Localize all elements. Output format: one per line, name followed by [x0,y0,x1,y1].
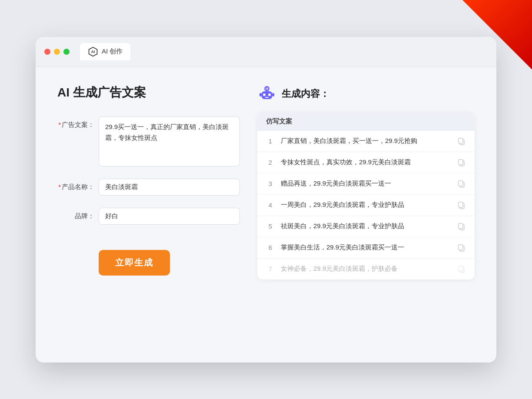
form-row-brand: 品牌： [57,208,240,225]
close-button[interactable] [44,49,50,55]
page-title: AI 生成广告文案 [57,84,240,101]
result-header: 生成内容： [257,84,475,103]
svg-rect-9 [259,93,262,96]
brand-label: 品牌： [57,208,94,220]
copy-icon[interactable] [457,222,466,231]
row-text: 祛斑美白，29.9元美白淡斑霜，专业护肤品 [281,222,451,230]
svg-rect-18 [459,202,463,207]
svg-rect-16 [459,181,463,186]
result-table: 仿写文案 1厂家直销，美白淡斑霜，买一送一，29.9元抢购 2专抹女性斑点，真实… [257,112,475,279]
row-number: 3 [266,180,275,187]
row-number: 5 [266,223,275,230]
table-row: 5祛斑美白，29.9元美白淡斑霜，专业护肤品 [257,216,475,237]
row-text: 一周美白，29.9元美白淡斑霜，专业护肤品 [281,201,451,209]
required-star-2: * [58,183,61,190]
main-content: AI 生成广告文案 *广告文案： *产品名称： 品牌： 立 [36,67,496,362]
svg-point-5 [263,93,266,96]
brand-input[interactable] [99,208,240,225]
ad-copy-label: *广告文案： [57,116,94,129]
copy-icon[interactable] [457,201,466,209]
row-number: 6 [266,244,275,251]
traffic-lights [44,49,70,55]
product-name-input[interactable] [99,179,240,196]
required-star-1: * [58,121,61,128]
svg-text:AI: AI [91,50,95,54]
copy-icon[interactable] [457,243,466,252]
minimize-button[interactable] [54,49,60,55]
table-row: 6掌握美白生活，29.9元美白淡斑霜买一送一 [257,237,475,259]
product-name-label: *产品名称： [57,179,94,191]
table-row: 7女神必备，29.9元美白淡斑霜，护肤必备 [257,259,475,279]
row-number: 4 [266,201,275,209]
row-text: 厂家直销，美白淡斑霜，买一送一，29.9元抢购 [281,137,451,145]
svg-rect-7 [265,97,269,98]
row-text: 专抹女性斑点，真实功效，29.9元美白淡斑霜 [281,158,451,166]
ai-tab-icon: AI [88,47,98,57]
row-text: 女神必备，29.9元美白淡斑霜，护肤必备 [281,265,451,273]
right-panel: 生成内容： 仿写文案 1厂家直销，美白淡斑霜，买一送一，29.9元抢购 2专抹女… [257,84,475,345]
table-row: 2专抹女性斑点，真实功效，29.9元美白淡斑霜 [257,152,475,173]
generate-button[interactable]: 立即生成 [99,250,170,276]
tab-label: AI 创作 [102,47,123,56]
svg-rect-14 [459,160,463,165]
titlebar: AI AI 创作 [36,37,496,67]
copy-icon[interactable] [457,137,466,146]
row-number: 7 [266,265,275,273]
row-number: 1 [266,137,275,145]
row-text: 赠品再送，29.9元美白淡斑霜买一送一 [281,180,451,188]
svg-rect-12 [459,138,463,143]
svg-rect-22 [459,245,463,250]
ad-copy-textarea[interactable] [99,116,240,166]
copy-icon[interactable] [457,180,466,188]
tab-ai-creation[interactable]: AI AI 创作 [80,43,130,60]
table-row: 3赠品再送，29.9元美白淡斑霜买一送一 [257,173,475,195]
copy-icon[interactable] [457,265,466,273]
app-window: AI AI 创作 AI 生成广告文案 *广告文案： *产品名称： [36,37,496,362]
table-header: 仿写文案 [257,112,475,131]
row-number: 2 [266,159,275,166]
svg-rect-24 [459,266,463,271]
table-row: 4一周美白，29.9元美白淡斑霜，专业护肤品 [257,195,475,216]
result-title: 生成内容： [282,87,329,100]
left-panel: AI 生成广告文案 *广告文案： *产品名称： 品牌： 立 [57,84,240,345]
svg-rect-10 [272,93,274,96]
form-row-product-name: *产品名称： [57,179,240,196]
svg-rect-20 [459,223,463,229]
copy-icon[interactable] [457,158,466,167]
form-row-ad-copy: *广告文案： [57,116,240,166]
robot-icon [257,84,276,103]
result-rows-container: 1厂家直销，美白淡斑霜，买一送一，29.9元抢购 2专抹女性斑点，真实功效，29… [257,131,475,279]
maximize-button[interactable] [63,49,70,55]
svg-point-6 [268,93,271,96]
row-text: 掌握美白生活，29.9元美白淡斑霜买一送一 [281,243,451,252]
table-row: 1厂家直销，美白淡斑霜，买一送一，29.9元抢购 [257,131,475,152]
